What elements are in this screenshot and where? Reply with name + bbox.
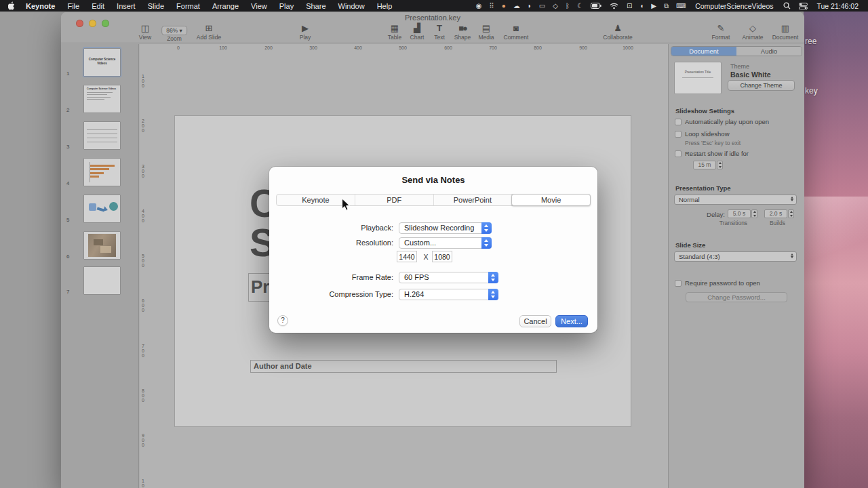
slide-row-2[interactable]: 2 Computer Science Videos [61, 85, 139, 115]
loop-checkbox-row[interactable]: Loop slideshow [675, 130, 730, 138]
app-badge-icon[interactable]: ● [498, 0, 509, 12]
toolbar-media[interactable]: ▤ Media [478, 23, 494, 41]
slide-row-4[interactable]: 4 [61, 158, 139, 188]
toolbar-add-slide[interactable]: ⊞ Add Slide [197, 23, 221, 41]
toolbar-shape[interactable]: ■● Shape [454, 23, 471, 41]
menu-view[interactable]: View [245, 2, 273, 10]
idle-time-stepper[interactable]: 15 m [693, 161, 723, 169]
builds-delay-value[interactable]: 2.0 s [764, 209, 787, 218]
cloud-icon[interactable]: ☁ [509, 0, 524, 12]
next-button[interactable]: Next... [555, 315, 588, 327]
volume-icon[interactable]: ◖ [636, 0, 648, 12]
tab-document[interactable]: Document [671, 47, 736, 56]
close-button[interactable] [76, 20, 83, 27]
slide-size-select[interactable]: Standard (4:3) [674, 251, 797, 262]
play-circle-icon[interactable]: ▶ [648, 0, 660, 12]
slide-thumbnail-7[interactable] [83, 266, 121, 295]
zoom-window-button[interactable] [102, 20, 109, 27]
cancel-button[interactable]: Cancel [519, 315, 551, 327]
stepper-down-icon[interactable] [789, 214, 793, 218]
tab-pdf[interactable]: PDF [355, 195, 434, 205]
toolbar-collaborate[interactable]: ♟ Collaborate [603, 23, 632, 41]
transitions-delay-stepper[interactable]: 5.0 s [728, 209, 757, 218]
toolbar-chart[interactable]: ▟ Chart [410, 23, 425, 41]
airplay-icon[interactable]: ⊡ [623, 0, 635, 12]
slide-thumbnail-5[interactable] [83, 195, 121, 223]
slide-thumbnail-3[interactable] [83, 121, 121, 150]
frame-rate-select[interactable]: 60 FPS [399, 272, 498, 283]
copy-icon[interactable]: ⧉ [660, 0, 673, 12]
transitions-delay-value[interactable]: 5.0 s [728, 209, 751, 218]
resolution-select[interactable]: Custom... [399, 237, 492, 249]
menu-help[interactable]: Help [371, 2, 399, 10]
toolbar-document[interactable]: ▥ Document [772, 23, 799, 41]
slide-row-3[interactable]: 3 [61, 121, 139, 151]
toolbar-view[interactable]: ◫ View [139, 23, 151, 41]
checkbox[interactable] [675, 131, 682, 138]
tab-powerpoint[interactable]: PowerPoint [434, 195, 513, 205]
menu-window[interactable]: Window [332, 2, 371, 10]
menu-play[interactable]: Play [273, 2, 300, 10]
stepper-buttons[interactable] [717, 161, 723, 169]
playback-select[interactable]: Slideshow Recording [399, 222, 492, 234]
keyboard-icon[interactable]: ⌨ [673, 0, 690, 12]
presentation-type-select[interactable]: Normal [674, 195, 797, 205]
builds-delay-stepper[interactable]: 2.0 s [764, 209, 794, 218]
slide-thumbnail-6[interactable] [83, 231, 121, 260]
menu-edit[interactable]: Edit [85, 2, 111, 10]
toolbar-play[interactable]: ▶ Play [300, 23, 311, 41]
autoplay-checkbox-row[interactable]: Automatically play upon open [675, 118, 769, 125]
account-name[interactable]: ComputerScienceVideos [690, 2, 778, 10]
menu-format[interactable]: Format [170, 2, 206, 10]
display-icon[interactable]: ▭ [535, 0, 549, 12]
checkbox[interactable] [675, 119, 682, 125]
clip-icon[interactable]: ◇ [549, 0, 562, 12]
minimize-button[interactable] [89, 20, 96, 27]
toolbar-format[interactable]: ✎ Format [712, 23, 730, 41]
moon-icon[interactable]: ☾ [573, 0, 587, 12]
menu-clock[interactable]: Tue 21:46:02 [812, 2, 862, 10]
slide-thumbnail-1[interactable]: Computer Science Videos [83, 48, 121, 77]
resolution-height-input[interactable] [432, 251, 452, 262]
idle-time-value[interactable]: 15 m [693, 161, 716, 169]
slide-row-5[interactable]: 5 [61, 195, 139, 224]
stepper-buttons[interactable] [751, 209, 757, 218]
toolbar-comment[interactable]: ◙ Comment [504, 23, 529, 41]
slide-thumbnail-2[interactable]: Computer Science Videos [83, 85, 121, 113]
checkbox[interactable] [675, 280, 682, 287]
change-password-button[interactable]: Change Password... [686, 292, 787, 302]
bluetooth-icon[interactable]: ᛒ [561, 0, 573, 12]
shape-icon[interactable]: ◗ [524, 0, 535, 12]
compression-type-select[interactable]: H.264 [399, 289, 498, 300]
screen-record-icon[interactable]: ◉ [472, 0, 486, 12]
password-checkbox-row[interactable]: Require password to open [675, 279, 760, 287]
slide-row-1[interactable]: 1 Computer Science Videos [61, 48, 139, 78]
apple-menu[interactable] [7, 1, 20, 10]
menu-slide[interactable]: Slide [142, 2, 170, 10]
menu-app-name[interactable]: Keynote [20, 2, 61, 10]
restart-checkbox-row[interactable]: Restart show if idle for [675, 150, 749, 157]
wifi-icon[interactable] [606, 3, 623, 9]
battery-icon[interactable] [587, 3, 606, 9]
toolbar-text[interactable]: T Text [434, 23, 445, 41]
author-date-textbox[interactable]: Author and Date [250, 360, 557, 373]
toolbar-table[interactable]: ▦ Table [388, 23, 401, 41]
help-button[interactable]: ? [277, 315, 288, 326]
checkbox[interactable] [675, 150, 682, 157]
tab-movie[interactable]: Movie [511, 194, 591, 206]
stepper-down-icon[interactable] [752, 214, 757, 218]
zoom-select[interactable]: 86% ▾ [161, 26, 187, 35]
dots-grid-icon[interactable]: ⠿ [486, 0, 498, 12]
menu-share[interactable]: Share [300, 2, 332, 10]
slide-row-6[interactable]: 6 [61, 231, 139, 261]
stepper-buttons[interactable] [788, 209, 794, 218]
menu-insert[interactable]: Insert [111, 2, 142, 10]
search-icon[interactable] [779, 2, 795, 9]
resolution-width-input[interactable] [397, 251, 417, 262]
menu-arrange[interactable]: Arrange [206, 2, 245, 10]
control-center-icon[interactable] [795, 3, 812, 9]
menu-file[interactable]: File [61, 2, 85, 10]
toolbar-animate[interactable]: ◇ Animate [742, 23, 763, 41]
stepper-down-icon[interactable] [717, 165, 722, 169]
toolbar-zoom[interactable]: 86% ▾ Zoom [161, 23, 187, 42]
